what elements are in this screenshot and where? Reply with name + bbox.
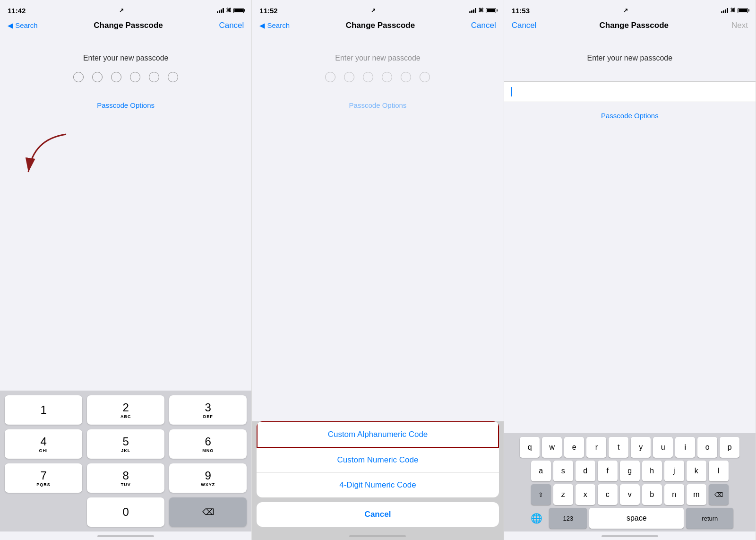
cancel-button-3[interactable]: Cancel [512,21,537,30]
key-3[interactable]: 3 DEF [169,395,247,425]
kb-a[interactable]: a [531,461,551,481]
signal-bar-4 [223,8,224,13]
home-indicator-2 [349,535,406,537]
kb-q[interactable]: q [520,437,540,458]
passcode-options-1[interactable]: Passcode Options [97,101,155,109]
battery-fill-1 [234,9,243,12]
kb-h[interactable]: h [642,461,662,481]
kb-x[interactable]: x [576,484,595,505]
kb-l[interactable]: l [709,461,729,481]
kb-p[interactable]: p [720,437,739,458]
action-4digit-numeric[interactable]: 4-Digit Numeric Code [257,473,498,497]
back-button-2[interactable]: ◀ Search [259,21,290,30]
key-number-0: 0 [122,505,129,519]
action-custom-alphanumeric[interactable]: Custom Alphanumeric Code [257,421,498,448]
kb-return[interactable]: return [686,508,733,529]
delete-icon: ⌫ [202,507,214,517]
key-6[interactable]: 6 MNO [169,429,247,459]
kb-r[interactable]: r [586,437,606,458]
kb-d[interactable]: d [576,461,595,481]
key-4[interactable]: 4 GHI [5,429,82,459]
key-1[interactable]: 1 [5,395,82,425]
text-cursor [511,87,512,96]
location-icon-3: ↗ [623,7,628,14]
kb-n[interactable]: n [664,484,684,505]
kb-k[interactable]: k [687,461,706,481]
action-custom-numeric[interactable]: Custom Numeric Code [257,448,498,473]
kb-j[interactable]: j [664,461,684,481]
nav-bar-3: Cancel Change Passcode Next [504,19,756,35]
kb-y[interactable]: y [631,437,651,458]
kb-z[interactable]: z [553,484,573,505]
back-button-1[interactable]: ◀ Search [8,21,38,30]
kb-delete-icon: ⌫ [714,491,723,498]
status-icons-1: ⌘ [217,7,244,14]
key-2[interactable]: 2 ABC [87,395,164,425]
dot-2 [92,72,103,82]
enter-passcode-label-1: Enter your new passcode [83,54,169,62]
dot-6 [168,72,178,82]
numpad-1: 1 2 ABC 3 DEF 4 GHI 5 JKL 6 MNO 7 PQRS 8… [0,391,251,531]
action-cancel-button[interactable]: Cancel [257,502,498,527]
kb-f[interactable]: f [598,461,618,481]
kb-delete[interactable]: ⌫ [709,484,729,505]
nav-bar-2: ◀ Search Change Passcode Cancel [252,19,503,35]
key-letters-5: JKL [121,448,130,453]
status-icons-3: ⌘ [721,7,748,14]
key-number-9: 9 [205,469,211,482]
key-number-4: 4 [40,435,46,448]
enter-passcode-label-2: Enter your new passcode [335,54,421,62]
home-indicator-1 [97,535,154,537]
key-empty [5,497,82,527]
signal-bar-1 [217,11,218,13]
kb-123[interactable]: 123 [549,508,587,529]
kb-g[interactable]: g [620,461,640,481]
dot-4 [130,72,140,82]
key-letters-8: TUV [121,482,131,487]
location-icon-2: ↗ [371,7,376,14]
wifi-icon-1: ⌘ [226,7,232,14]
key-8[interactable]: 8 TUV [87,463,164,493]
key-5[interactable]: 5 JKL [87,429,164,459]
battery-fill-3 [739,9,747,12]
kb-u[interactable]: u [653,437,673,458]
key-9[interactable]: 9 WXYZ [169,463,247,493]
kb-v[interactable]: v [620,484,640,505]
kb-c[interactable]: c [598,484,618,505]
battery-fill-2 [487,9,495,12]
dots-row-1 [73,72,178,82]
time-1: 11:42 [8,7,26,15]
key-letters-9: WXYZ [201,482,215,487]
kb-m[interactable]: m [687,484,706,505]
kb-globe[interactable]: 🌐 [526,508,547,529]
kb-e[interactable]: e [564,437,584,458]
key-letters-2: ABC [120,414,131,419]
action-sheet: Custom Alphanumeric Code Custom Numeric … [257,421,498,497]
cancel-button-2[interactable]: Cancel [471,21,496,30]
next-button-3[interactable]: Next [731,21,748,30]
kb-row-4: 🌐 123 space return [506,508,754,529]
status-bar-3: 11:53 ↗ ⌘ [504,0,756,19]
kb-b[interactable]: b [642,484,662,505]
cancel-button-1[interactable]: Cancel [219,21,244,30]
key-7[interactable]: 7 PQRS [5,463,82,493]
wifi-icon-3: ⌘ [730,7,736,14]
kb-i[interactable]: i [675,437,695,458]
kb-t[interactable]: t [609,437,628,458]
page-title-1: Change Passcode [94,21,163,30]
status-bar-2: 11:52 ↗ ⌘ [252,0,503,19]
kb-w[interactable]: w [542,437,562,458]
kb-s[interactable]: s [553,461,573,481]
passcode-text-input[interactable] [504,81,756,102]
key-number-2: 2 [122,401,129,414]
passcode-options-3[interactable]: Passcode Options [601,112,659,120]
signal-bars-1 [217,8,224,13]
key-0[interactable]: 0 [87,497,164,527]
kb-shift[interactable]: ⇧ [531,484,551,505]
kb-o[interactable]: o [697,437,717,458]
key-delete[interactable]: ⌫ [169,497,247,527]
kb-space[interactable]: space [589,508,684,529]
battery-1 [233,8,244,13]
passcode-options-2[interactable]: Passcode Options [349,101,407,109]
signal-bars-2 [469,8,476,13]
